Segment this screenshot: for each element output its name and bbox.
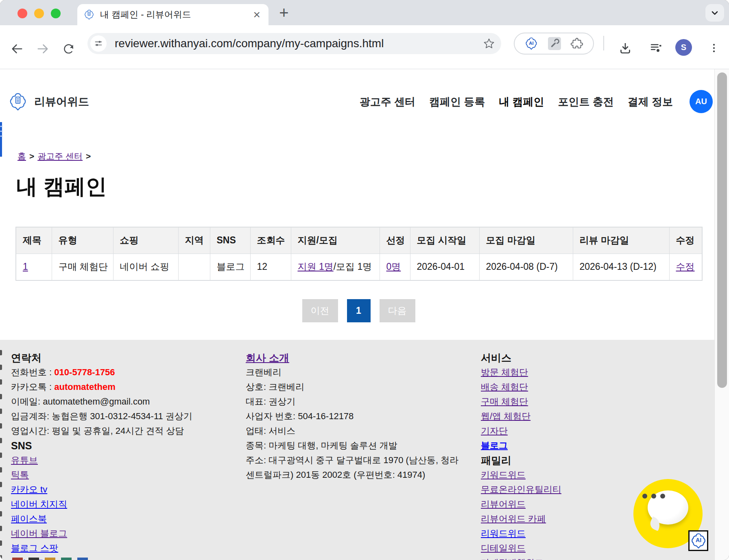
sns-link-facebook[interactable]: 페이스북: [11, 512, 227, 526]
nav-point-charge[interactable]: 포인트 충전: [558, 95, 614, 109]
pagination-page-1[interactable]: 1: [347, 299, 371, 322]
reload-button[interactable]: [60, 40, 78, 58]
nav-payment-info[interactable]: 결제 정보: [628, 95, 673, 109]
cell-apply-recruit: 지원 1명/모집 1명: [291, 254, 380, 280]
new-tab-button[interactable]: +: [275, 4, 293, 22]
col-review-deadline: 리뷰 마감일: [573, 227, 669, 254]
company-intro-link[interactable]: 회사 소개: [246, 350, 461, 365]
breadcrumb-separator: >: [86, 151, 91, 161]
site-header: 리뷰어위드 광고주 센터 캠페인 등록 내 캠페인 포인트 충전 결제 정보: [0, 69, 714, 134]
campaign-title-link[interactable]: 1: [23, 261, 28, 272]
cell-recruit-deadline: 2026-04-08 (D-7): [479, 254, 573, 280]
sns-link-blogspot[interactable]: 블로그 스팟: [11, 541, 227, 556]
contact-bank: 입금계좌: 농협은행 301-0312-4534-11 권상기: [11, 409, 227, 424]
edge-floating-widget[interactable]: [0, 122, 2, 157]
cell-region: [178, 254, 210, 280]
address-bar[interactable]: reviewer.withanyai.com/company/my-campai…: [87, 33, 501, 54]
sns-link-tiktok[interactable]: 틱톡: [11, 468, 227, 482]
forward-button[interactable]: [34, 40, 52, 58]
table-row: 1 구매 체험단 네이버 쇼핑 블로그 12 지원 1명/모집 1명 0명 20…: [16, 254, 702, 280]
selected-count-link[interactable]: 0명: [386, 261, 401, 272]
back-button[interactable]: [8, 40, 26, 58]
sns-link-naver-chzzk[interactable]: 네이버 치지직: [11, 497, 227, 512]
breadcrumb: 홈>광고주 센터>: [17, 151, 94, 162]
contact-phone: 전화번호 : 010-5778-1756: [11, 365, 227, 380]
scrollbar-thumb[interactable]: [717, 72, 727, 388]
services-heading: 서비스: [481, 350, 701, 365]
brand-name[interactable]: 리뷰어위드: [34, 94, 89, 109]
pagination-next-button[interactable]: 다음: [380, 299, 415, 322]
service-link-press[interactable]: 기자단: [481, 424, 701, 438]
fullscreen-window-button[interactable]: [51, 9, 61, 18]
wrench-extension-icon[interactable]: [548, 37, 561, 50]
cell-sns: 블로그: [210, 254, 250, 280]
cell-type: 구매 체험단: [52, 254, 113, 280]
playlist-music-icon: [649, 41, 664, 55]
url-text[interactable]: reviewer.withanyai.com/company/my-campai…: [115, 37, 384, 50]
edit-link[interactable]: 수정: [676, 261, 695, 272]
ai-assistant-badge[interactable]: [688, 530, 708, 551]
extensions-puzzle-icon[interactable]: [571, 37, 583, 50]
downloads-button[interactable]: [616, 38, 635, 58]
bookmark-button[interactable]: [482, 37, 495, 50]
cell-views: 12: [250, 254, 291, 280]
star-icon: [482, 37, 495, 50]
tab-close-icon[interactable]: ×: [251, 9, 262, 21]
contact-hours: 영업시간: 평일 및 공휴일, 24시간 견적 상담: [11, 424, 227, 438]
main-nav: 광고주 센터 캠페인 등록 내 캠페인 포인트 충전 결제 정보: [360, 95, 673, 109]
service-link-web-app[interactable]: 웹/앱 체험단: [481, 409, 701, 424]
company-address: 주소: 대구광역시 중구 달구벌대로 1970 (남산동, 청라센트럴파크) 2…: [246, 453, 461, 482]
sns-link-youtube[interactable]: 유튜브: [11, 453, 227, 468]
col-views: 조회수: [250, 227, 291, 254]
pagination-prev-button[interactable]: 이전: [302, 299, 338, 322]
col-selected: 선정: [380, 227, 410, 254]
breadcrumb-advertiser-link[interactable]: 광고주 센터: [37, 151, 83, 161]
service-link-delivery[interactable]: 배송 체험단: [481, 380, 701, 394]
browser-profile-avatar[interactable]: S: [675, 39, 692, 56]
brand-logo-icon[interactable]: [9, 92, 27, 111]
company-ceo: 대표: 권상기: [246, 394, 461, 409]
nav-campaign-register[interactable]: 캠페인 등록: [429, 95, 485, 109]
footer: 연락처 전화번호 : 010-5778-1756 카카오톡 : automate…: [0, 340, 714, 560]
nav-advertiser-center[interactable]: 광고주 센터: [360, 95, 415, 109]
sns-link-naver-blog[interactable]: 네이버 블로그: [11, 526, 227, 541]
sns-link-kakao-tv[interactable]: 카카오 tv: [11, 482, 227, 497]
company-biz-number: 사업자 번호: 504-16-12178: [246, 409, 461, 424]
forward-arrow-icon: [35, 42, 50, 56]
breadcrumb-home-link[interactable]: 홈: [17, 151, 26, 161]
col-edit: 수정: [669, 227, 702, 254]
col-recruit-start: 모집 시작일: [410, 227, 479, 254]
toolbar-divider: [603, 36, 604, 50]
user-avatar[interactable]: AU: [690, 90, 713, 113]
minimize-window-button[interactable]: [34, 9, 44, 18]
tab-search-button[interactable]: [705, 4, 724, 22]
ai-extension-icon[interactable]: [525, 37, 538, 50]
service-link-visit[interactable]: 방문 체험단: [481, 365, 701, 380]
nav-my-campaigns[interactable]: 내 캠페인: [499, 95, 544, 109]
extensions-pill: [514, 33, 594, 55]
media-controls-button[interactable]: [646, 38, 666, 58]
col-sns: SNS: [210, 227, 250, 254]
service-link-purchase[interactable]: 구매 체험단: [481, 394, 701, 409]
family-heading: 패밀리: [481, 453, 701, 468]
chevron-down-icon: [709, 8, 720, 18]
site-info-button[interactable]: [90, 35, 107, 52]
col-type: 유형: [52, 227, 113, 254]
service-link-blog[interactable]: 블로그: [481, 438, 701, 453]
cell-review-deadline: 2026-04-13 (D-12): [573, 254, 669, 280]
col-region: 지역: [178, 227, 210, 254]
recruit-count: /모집 1명: [334, 261, 372, 272]
phone-number: 010-5778-1756: [54, 367, 115, 377]
back-arrow-icon: [10, 42, 24, 56]
favicon-brain-icon: [84, 9, 94, 20]
family-link-marketing-agency[interactable]: 마케팅대행위드: [481, 556, 701, 560]
close-window-button[interactable]: [17, 9, 27, 18]
contact-kakao: 카카오톡 : automatethem: [11, 380, 227, 394]
clipped-edge-widget-marks: [0, 350, 2, 560]
kebab-menu-icon: [708, 42, 720, 54]
applicants-link[interactable]: 지원 1명: [298, 261, 334, 272]
page-content: 리뷰어위드 광고주 센터 캠페인 등록 내 캠페인 포인트 충전 결제 정보 A…: [0, 69, 714, 560]
col-apply-recruit: 지원/모집: [291, 227, 380, 254]
browser-tab[interactable]: 내 캠페인 - 리뷰어위드 ×: [77, 4, 268, 25]
browser-menu-button[interactable]: [704, 38, 724, 58]
